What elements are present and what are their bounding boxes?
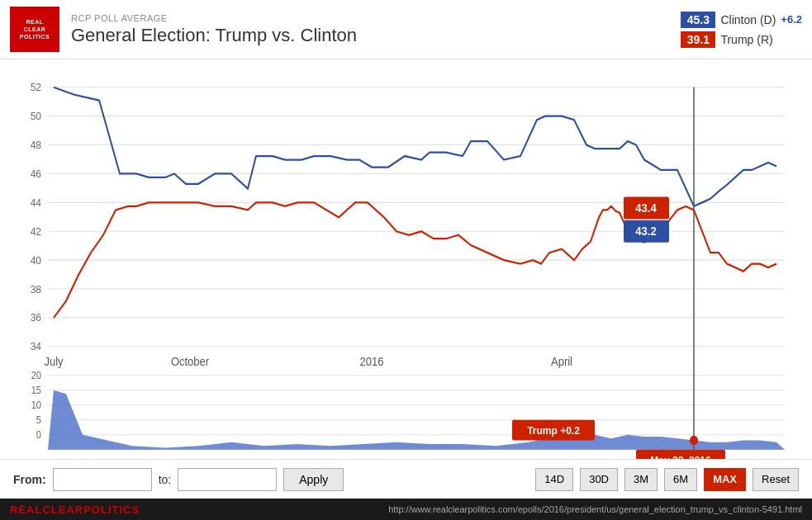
- footer-url: http://www.realclearpolitics.com/epolls/…: [388, 504, 802, 514]
- legend: 45.3 Clinton (D) +6.2 39.1 Trump (R): [681, 12, 802, 48]
- svg-text:Trump +0.2: Trump +0.2: [527, 423, 580, 437]
- svg-rect-0: [0, 59, 812, 459]
- btn-reset[interactable]: Reset: [753, 468, 799, 491]
- footer: REALCLEARPOLITICS http://www.realclearpo…: [0, 499, 812, 520]
- svg-point-46: [690, 436, 698, 445]
- svg-text:5: 5: [36, 414, 42, 426]
- svg-text:50: 50: [31, 109, 41, 122]
- apply-button[interactable]: Apply: [283, 468, 344, 491]
- trump-badge: 39.1: [681, 31, 715, 48]
- to-label: to:: [159, 473, 172, 486]
- btn-3m[interactable]: 3M: [624, 468, 658, 491]
- trump-label: Trump (R): [720, 33, 772, 46]
- from-input[interactable]: [53, 468, 152, 491]
- header-title: General Election: Trump vs. Clinton: [71, 25, 681, 46]
- from-label: From:: [13, 473, 46, 486]
- header-subtitle: RCP POLL AVERAGE: [71, 13, 681, 23]
- svg-text:42: 42: [31, 225, 41, 238]
- clinton-badge: 45.3: [681, 12, 715, 28]
- svg-text:34: 34: [31, 340, 41, 353]
- btn-6m[interactable]: 6M: [664, 468, 697, 491]
- chart-svg: 52 50 48 46 44 42 40 38 36 34 July Octob…: [0, 59, 812, 459]
- legend-clinton: 45.3 Clinton (D) +6.2: [681, 12, 802, 28]
- header-title-section: RCP POLL AVERAGE General Election: Trump…: [71, 13, 681, 46]
- svg-text:10: 10: [31, 399, 42, 411]
- svg-text:20: 20: [31, 370, 42, 381]
- svg-text:40: 40: [31, 253, 41, 267]
- btn-14d[interactable]: 14D: [535, 468, 573, 491]
- svg-text:38: 38: [31, 282, 41, 295]
- svg-text:36: 36: [31, 311, 41, 324]
- to-input[interactable]: [178, 468, 277, 491]
- chart-area[interactable]: 52 50 48 46 44 42 40 38 36 34 July Octob…: [0, 59, 812, 459]
- svg-text:44: 44: [31, 196, 41, 209]
- svg-text:April: April: [551, 355, 572, 369]
- svg-text:43.4: 43.4: [635, 201, 657, 215]
- logo-text-top: REALCLEARPOLITICS: [20, 18, 50, 40]
- clinton-label: Clinton (D): [720, 13, 776, 26]
- svg-text:52: 52: [31, 81, 41, 94]
- svg-text:48: 48: [31, 138, 41, 151]
- legend-trump: 39.1 Trump (R): [681, 31, 802, 48]
- svg-text:46: 46: [31, 167, 41, 180]
- controls-bar: From: to: Apply 14D 30D 3M 6M MAX Reset: [0, 459, 812, 499]
- svg-text:2016: 2016: [360, 355, 384, 369]
- svg-text:July: July: [44, 355, 63, 369]
- clinton-diff: +6.2: [781, 13, 802, 26]
- svg-text:15: 15: [31, 385, 42, 396]
- footer-brand: REALCLEARPOLITICS: [10, 503, 140, 516]
- app-container: REALCLEARPOLITICS RCP POLL AVERAGE Gener…: [0, 0, 812, 520]
- svg-text:0: 0: [36, 429, 42, 441]
- btn-max[interactable]: MAX: [704, 468, 746, 491]
- header: REALCLEARPOLITICS RCP POLL AVERAGE Gener…: [0, 0, 812, 59]
- btn-30d[interactable]: 30D: [580, 468, 618, 491]
- svg-text:May 22, 2016: May 22, 2016: [650, 453, 710, 459]
- svg-text:43.2: 43.2: [635, 224, 657, 238]
- svg-text:October: October: [171, 355, 210, 369]
- logo: REALCLEARPOLITICS: [10, 7, 59, 52]
